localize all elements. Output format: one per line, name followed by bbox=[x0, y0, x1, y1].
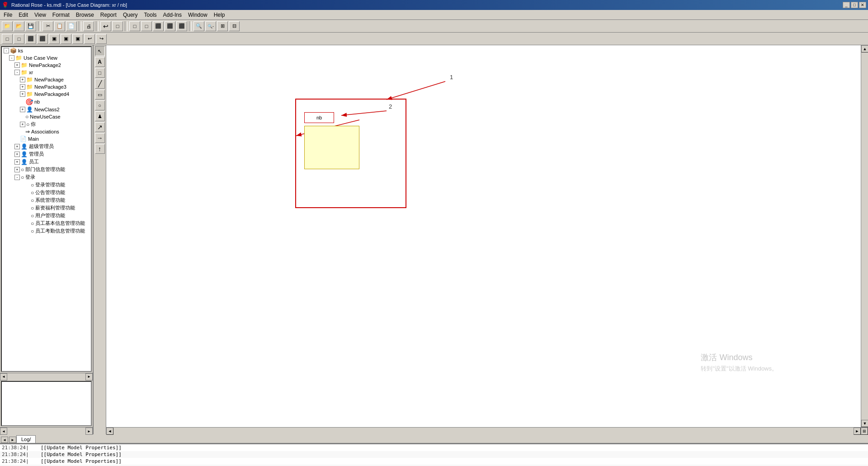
tb-new[interactable]: 📁 bbox=[2, 21, 13, 31]
tb-undo[interactable]: ↩ bbox=[100, 21, 111, 31]
log-scroll-left[interactable]: ◄ bbox=[1, 437, 8, 443]
log-tab-log[interactable]: Log/ bbox=[16, 435, 36, 443]
vscroll-track[interactable] bbox=[861, 52, 868, 420]
tree-node-newpackage[interactable]: + 📁 NewPackage bbox=[2, 76, 91, 83]
scroll-left-arrow[interactable]: ◄ bbox=[0, 373, 7, 380]
tree-node-userfunc[interactable]: ○ 用户管理功能 bbox=[2, 212, 91, 219]
tree-node-welfarefunc[interactable]: ○ 薪资福利管理功能 bbox=[2, 204, 91, 212]
tb-b3[interactable]: ⬛ bbox=[153, 21, 164, 31]
tb-cut[interactable]: ✂ bbox=[42, 21, 53, 31]
scroll-right-arrow[interactable]: ► bbox=[85, 373, 93, 380]
tb2-b6[interactable]: ▣ bbox=[61, 34, 71, 44]
menu-file[interactable]: File bbox=[1, 11, 15, 19]
tree-node-attendancefunc[interactable]: ○ 员工考勤信息管理功能 bbox=[2, 227, 91, 235]
menu-format[interactable]: Format bbox=[50, 11, 72, 19]
expand-you[interactable]: + bbox=[20, 122, 25, 127]
tree-node-associations[interactable]: ⇒ Associations bbox=[2, 128, 91, 135]
hscroll-left[interactable]: ◄ bbox=[106, 428, 113, 435]
dtb-actor[interactable]: ♟ bbox=[95, 111, 105, 121]
menu-addins[interactable]: Add-Ins bbox=[160, 11, 184, 19]
menu-help[interactable]: Help bbox=[211, 11, 228, 19]
dtb-select[interactable]: ↖ bbox=[95, 46, 105, 56]
menu-tools[interactable]: Tools bbox=[142, 11, 160, 19]
tb-zoomout[interactable]: 🔍- bbox=[205, 21, 216, 31]
tree-view[interactable]: - 📦 ks - 📁 Use Case View + 📁 NewPackage2… bbox=[1, 46, 92, 372]
tb-b5[interactable]: ⬛ bbox=[176, 21, 187, 31]
tb-shape[interactable]: □ bbox=[112, 21, 123, 31]
dtb-ellipse[interactable]: ○ bbox=[95, 100, 105, 110]
expand-np[interactable]: + bbox=[20, 77, 25, 82]
tb2-b5[interactable]: ▣ bbox=[49, 34, 60, 44]
expand-np3[interactable]: + bbox=[20, 84, 25, 90]
tb2-b4[interactable]: ⬛ bbox=[37, 34, 48, 44]
tree-node-admin[interactable]: + 👤 管理员 bbox=[2, 150, 91, 158]
preview-scroll-right[interactable]: ► bbox=[85, 428, 93, 435]
expand-ks[interactable]: - bbox=[4, 48, 9, 53]
tb-b4[interactable]: ⬛ bbox=[165, 21, 175, 31]
tree-node-dept[interactable]: + ○ 部门信息管理功能 bbox=[2, 166, 91, 173]
tree-node-superadmin[interactable]: + 👤 超级管理员 bbox=[2, 143, 91, 150]
tb2-b9[interactable]: ↪ bbox=[96, 34, 107, 44]
expand-np4[interactable]: + bbox=[20, 91, 25, 97]
menu-window[interactable]: Window bbox=[185, 11, 210, 19]
tree-node-main[interactable]: 📄 Main bbox=[2, 135, 91, 143]
diagram-canvas[interactable]: 1 2 bbox=[106, 45, 868, 427]
close-button[interactable]: ✕ bbox=[859, 2, 866, 8]
tree-node-newpackage4[interactable]: + 📁 NewPackaged4 bbox=[2, 90, 91, 98]
dtb-folder[interactable]: ▭ bbox=[95, 90, 105, 100]
vscroll-down[interactable]: ▼ bbox=[861, 420, 868, 427]
tb-zoomin[interactable]: 🔍 bbox=[193, 21, 204, 31]
expand-nc2[interactable]: + bbox=[20, 107, 25, 112]
tb-save[interactable]: 💾 bbox=[25, 21, 36, 31]
hscroll-right[interactable]: ► bbox=[854, 428, 861, 435]
tree-node-newpackage3[interactable]: + 📁 NewPackage3 bbox=[2, 83, 91, 90]
menu-view[interactable]: View bbox=[32, 11, 49, 19]
tree-node-systemfunc[interactable]: ○ 系统管理功能 bbox=[2, 196, 91, 204]
inner-header[interactable]: nb bbox=[304, 112, 334, 123]
expand-admin[interactable]: + bbox=[14, 152, 20, 157]
dtb-text[interactable]: A bbox=[95, 57, 105, 67]
expand-xr[interactable]: - bbox=[14, 70, 20, 75]
tb-copy[interactable]: 📋 bbox=[54, 21, 65, 31]
dtb-dependency[interactable]: ↗ bbox=[95, 122, 105, 132]
tree-node-noticefunc[interactable]: ○ 公告管理功能 bbox=[2, 189, 91, 196]
dtb-arrowup[interactable]: ↑ bbox=[95, 144, 105, 154]
tree-node-nb[interactable]: 🎯 nb bbox=[2, 98, 91, 106]
tree-node-newclass2[interactable]: + 👤 NewClass2 bbox=[2, 106, 91, 113]
preview-scroll-track[interactable] bbox=[7, 428, 85, 433]
scroll-track[interactable] bbox=[7, 374, 85, 380]
dtb-arrow[interactable]: → bbox=[95, 133, 105, 143]
title-controls[interactable]: _ □ ✕ bbox=[843, 2, 866, 8]
tree-node-ks[interactable]: - 📦 ks bbox=[2, 47, 91, 54]
tree-node-newusecase[interactable]: ○ NewUseCase bbox=[2, 113, 91, 120]
preview-scroll-left[interactable]: ◄ bbox=[0, 428, 7, 435]
dtb-diagonal[interactable]: ╱ bbox=[95, 79, 105, 89]
tb2-b8[interactable]: ↩ bbox=[84, 34, 95, 44]
tree-node-basicinfofunc[interactable]: ○ 员工基本信息管理功能 bbox=[2, 219, 91, 227]
tree-node-login[interactable]: - ○ 登录 bbox=[2, 173, 91, 181]
tree-node-employee[interactable]: + 👤 员工 bbox=[2, 158, 91, 166]
expand-np2[interactable]: + bbox=[14, 62, 20, 68]
expand-ucv[interactable]: - bbox=[9, 55, 14, 61]
tb2-b3[interactable]: ⬛ bbox=[25, 34, 36, 44]
maximize-button[interactable]: □ bbox=[851, 2, 858, 8]
tree-node-usecaseview[interactable]: - 📁 Use Case View bbox=[2, 54, 91, 62]
inner-body[interactable] bbox=[304, 126, 359, 169]
tree-node-newpackage2[interactable]: + 📁 NewPackage2 bbox=[2, 62, 91, 69]
tb-paste[interactable]: 📄 bbox=[66, 21, 77, 31]
expand-emp[interactable]: + bbox=[14, 159, 20, 165]
tb-b1[interactable]: □ bbox=[129, 21, 140, 31]
menu-browse[interactable]: Browse bbox=[73, 11, 97, 19]
tb-zoom100[interactable]: ⊟ bbox=[229, 21, 240, 31]
minimize-button[interactable]: _ bbox=[843, 2, 850, 8]
menu-edit[interactable]: Edit bbox=[16, 11, 31, 19]
tree-node-loginfunc[interactable]: ○ 登录管理功能 bbox=[2, 181, 91, 189]
log-scroll-right[interactable]: ► bbox=[9, 437, 16, 443]
tree-node-you[interactable]: + ○ 你 bbox=[2, 120, 91, 128]
tb2-b7[interactable]: ▣ bbox=[72, 34, 83, 44]
tb-fit[interactable]: ⊞ bbox=[217, 21, 228, 31]
tb2-b2[interactable]: □ bbox=[14, 34, 24, 44]
expand-sa[interactable]: + bbox=[14, 144, 20, 149]
tb-print[interactable]: 🖨 bbox=[83, 21, 94, 31]
dtb-rect[interactable]: □ bbox=[95, 68, 105, 78]
